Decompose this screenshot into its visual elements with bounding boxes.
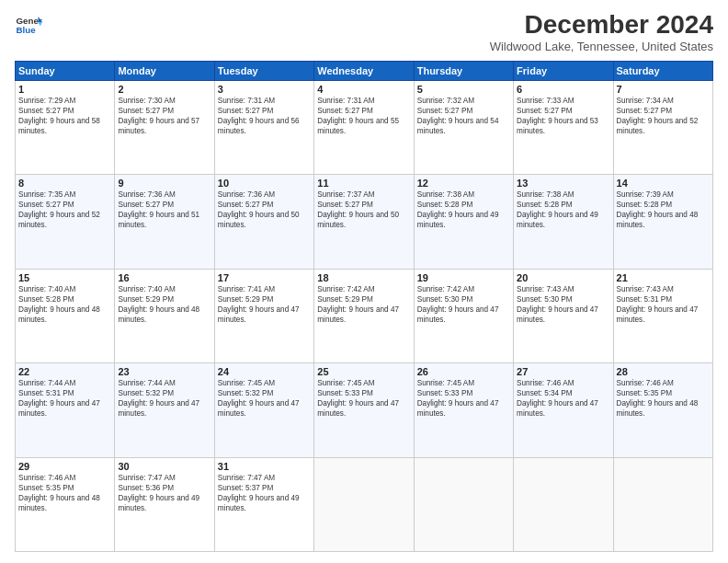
- day-number: 3: [218, 84, 311, 95]
- logo-icon: General Blue: [15, 11, 42, 39]
- day-info: Sunrise: 7:31 AMSunset: 5:27 PMDaylight:…: [218, 97, 300, 135]
- day-info: Sunrise: 7:31 AMSunset: 5:27 PMDaylight:…: [317, 97, 399, 135]
- day-cell: 22 Sunrise: 7:44 AMSunset: 5:31 PMDaylig…: [16, 363, 115, 457]
- day-cell: [613, 457, 712, 551]
- day-cell: 1 Sunrise: 7:29 AMSunset: 5:27 PMDayligh…: [16, 80, 115, 174]
- day-info: Sunrise: 7:42 AMSunset: 5:29 PMDaylight:…: [317, 285, 399, 324]
- day-cell: 13 Sunrise: 7:38 AMSunset: 5:28 PMDaylig…: [514, 175, 613, 269]
- day-number: 6: [517, 84, 609, 95]
- page: General Blue December 2024 Wildwood Lake…: [0, 0, 728, 563]
- day-cell: 20 Sunrise: 7:43 AMSunset: 5:30 PMDaylig…: [514, 269, 613, 362]
- calendar-body: 1 Sunrise: 7:29 AMSunset: 5:27 PMDayligh…: [16, 80, 713, 551]
- day-cell: 9 Sunrise: 7:36 AMSunset: 5:27 PMDayligh…: [115, 175, 214, 269]
- week-row-5: 29 Sunrise: 7:46 AMSunset: 5:35 PMDaylig…: [16, 457, 713, 551]
- day-cell: 12 Sunrise: 7:38 AMSunset: 5:28 PMDaylig…: [414, 175, 513, 269]
- day-number: 25: [317, 366, 410, 377]
- day-info: Sunrise: 7:43 AMSunset: 5:30 PMDaylight:…: [517, 285, 598, 324]
- day-number: 13: [517, 178, 609, 189]
- day-info: Sunrise: 7:47 AMSunset: 5:36 PMDaylight:…: [118, 474, 199, 512]
- day-number: 24: [218, 366, 311, 377]
- day-cell: [414, 457, 513, 551]
- day-cell: 14 Sunrise: 7:39 AMSunset: 5:28 PMDaylig…: [613, 175, 712, 269]
- day-cell: 28 Sunrise: 7:46 AMSunset: 5:35 PMDaylig…: [613, 363, 712, 457]
- day-info: Sunrise: 7:38 AMSunset: 5:28 PMDaylight:…: [517, 190, 598, 229]
- day-cell: 11 Sunrise: 7:37 AMSunset: 5:27 PMDaylig…: [314, 175, 414, 269]
- day-number: 19: [417, 272, 510, 283]
- day-cell: 7 Sunrise: 7:34 AMSunset: 5:27 PMDayligh…: [613, 80, 712, 174]
- day-info: Sunrise: 7:39 AMSunset: 5:28 PMDaylight:…: [617, 190, 699, 229]
- day-number: 7: [617, 84, 710, 95]
- day-info: Sunrise: 7:45 AMSunset: 5:33 PMDaylight:…: [317, 379, 399, 418]
- day-cell: 8 Sunrise: 7:35 AMSunset: 5:27 PMDayligh…: [16, 175, 115, 269]
- day-info: Sunrise: 7:36 AMSunset: 5:27 PMDaylight:…: [218, 190, 300, 229]
- week-row-2: 8 Sunrise: 7:35 AMSunset: 5:27 PMDayligh…: [16, 175, 713, 269]
- day-number: 22: [18, 366, 111, 377]
- day-info: Sunrise: 7:40 AMSunset: 5:29 PMDaylight:…: [118, 285, 199, 324]
- col-friday: Friday: [514, 61, 613, 80]
- calendar-header: Sunday Monday Tuesday Wednesday Thursday…: [16, 61, 713, 80]
- day-cell: 30 Sunrise: 7:47 AMSunset: 5:36 PMDaylig…: [115, 457, 214, 551]
- day-number: 5: [417, 84, 510, 95]
- day-number: 27: [517, 366, 609, 377]
- day-number: 31: [218, 461, 311, 472]
- logo: General Blue: [15, 11, 42, 39]
- day-info: Sunrise: 7:42 AMSunset: 5:30 PMDaylight:…: [417, 285, 499, 324]
- day-info: Sunrise: 7:40 AMSunset: 5:28 PMDaylight:…: [18, 285, 100, 324]
- day-number: 16: [118, 272, 210, 283]
- subtitle: Wildwood Lake, Tennessee, United States: [490, 40, 713, 53]
- day-info: Sunrise: 7:45 AMSunset: 5:33 PMDaylight:…: [417, 379, 499, 418]
- col-wednesday: Wednesday: [314, 61, 414, 80]
- title-block: December 2024 Wildwood Lake, Tennessee, …: [490, 11, 713, 53]
- day-info: Sunrise: 7:46 AMSunset: 5:34 PMDaylight:…: [517, 379, 598, 418]
- week-row-1: 1 Sunrise: 7:29 AMSunset: 5:27 PMDayligh…: [16, 80, 713, 174]
- day-info: Sunrise: 7:35 AMSunset: 5:27 PMDaylight:…: [18, 190, 100, 229]
- day-number: 18: [317, 272, 410, 283]
- day-info: Sunrise: 7:46 AMSunset: 5:35 PMDaylight:…: [18, 474, 100, 512]
- day-cell: 5 Sunrise: 7:32 AMSunset: 5:27 PMDayligh…: [414, 80, 513, 174]
- day-number: 28: [617, 366, 710, 377]
- day-info: Sunrise: 7:43 AMSunset: 5:31 PMDaylight:…: [617, 285, 699, 324]
- day-info: Sunrise: 7:30 AMSunset: 5:27 PMDaylight:…: [118, 97, 199, 135]
- day-number: 1: [18, 84, 111, 95]
- day-number: 2: [118, 84, 210, 95]
- day-info: Sunrise: 7:47 AMSunset: 5:37 PMDaylight:…: [218, 474, 300, 512]
- day-cell: 23 Sunrise: 7:44 AMSunset: 5:32 PMDaylig…: [115, 363, 214, 457]
- day-number: 4: [317, 84, 410, 95]
- day-cell: [314, 457, 414, 551]
- col-thursday: Thursday: [414, 61, 513, 80]
- day-number: 20: [517, 272, 609, 283]
- header-row: Sunday Monday Tuesday Wednesday Thursday…: [16, 61, 713, 80]
- main-title: December 2024: [490, 11, 713, 40]
- col-sunday: Sunday: [16, 61, 115, 80]
- day-number: 10: [218, 178, 311, 189]
- day-info: Sunrise: 7:44 AMSunset: 5:31 PMDaylight:…: [18, 379, 100, 418]
- day-cell: 10 Sunrise: 7:36 AMSunset: 5:27 PMDaylig…: [214, 175, 313, 269]
- day-info: Sunrise: 7:41 AMSunset: 5:29 PMDaylight:…: [218, 285, 300, 324]
- col-tuesday: Tuesday: [214, 61, 313, 80]
- day-info: Sunrise: 7:36 AMSunset: 5:27 PMDaylight:…: [118, 190, 199, 229]
- day-cell: 31 Sunrise: 7:47 AMSunset: 5:37 PMDaylig…: [214, 457, 313, 551]
- day-number: 9: [118, 178, 210, 189]
- day-number: 15: [18, 272, 111, 283]
- day-cell: 16 Sunrise: 7:40 AMSunset: 5:29 PMDaylig…: [115, 269, 214, 362]
- day-info: Sunrise: 7:46 AMSunset: 5:35 PMDaylight:…: [617, 379, 699, 418]
- day-info: Sunrise: 7:33 AMSunset: 5:27 PMDaylight:…: [517, 97, 598, 135]
- col-monday: Monday: [115, 61, 214, 80]
- day-number: 26: [417, 366, 510, 377]
- week-row-4: 22 Sunrise: 7:44 AMSunset: 5:31 PMDaylig…: [16, 363, 713, 457]
- day-cell: 18 Sunrise: 7:42 AMSunset: 5:29 PMDaylig…: [314, 269, 414, 362]
- day-cell: 25 Sunrise: 7:45 AMSunset: 5:33 PMDaylig…: [314, 363, 414, 457]
- day-cell: 2 Sunrise: 7:30 AMSunset: 5:27 PMDayligh…: [115, 80, 214, 174]
- day-cell: 27 Sunrise: 7:46 AMSunset: 5:34 PMDaylig…: [514, 363, 613, 457]
- day-number: 14: [617, 178, 710, 189]
- day-number: 12: [417, 178, 510, 189]
- day-number: 8: [18, 178, 111, 189]
- week-row-3: 15 Sunrise: 7:40 AMSunset: 5:28 PMDaylig…: [16, 269, 713, 362]
- day-number: 23: [118, 366, 210, 377]
- day-cell: 6 Sunrise: 7:33 AMSunset: 5:27 PMDayligh…: [514, 80, 613, 174]
- day-info: Sunrise: 7:32 AMSunset: 5:27 PMDaylight:…: [417, 97, 499, 135]
- day-cell: 3 Sunrise: 7:31 AMSunset: 5:27 PMDayligh…: [214, 80, 313, 174]
- day-cell: 26 Sunrise: 7:45 AMSunset: 5:33 PMDaylig…: [414, 363, 513, 457]
- col-saturday: Saturday: [613, 61, 712, 80]
- day-info: Sunrise: 7:44 AMSunset: 5:32 PMDaylight:…: [118, 379, 199, 418]
